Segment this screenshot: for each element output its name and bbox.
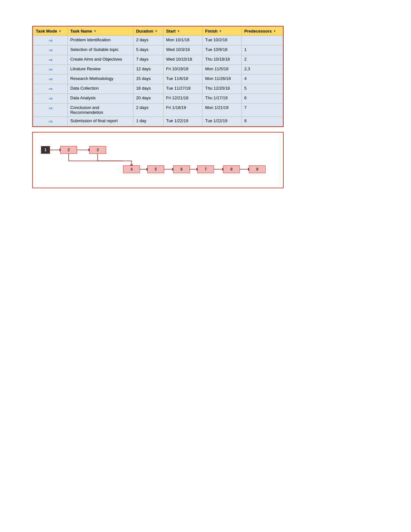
start-cell: Fri 1/18/19 <box>163 103 202 117</box>
predecessors-cell: 1 <box>241 45 283 55</box>
task-name-cell: Data Collection <box>68 84 133 94</box>
task-table-container: Task Mode ▼ Task Name ▼ Duration ▼ <box>32 26 284 127</box>
predecessors-dropdown-icon: ▼ <box>273 29 276 33</box>
finish-dropdown-icon: ▼ <box>219 29 222 33</box>
finish-cell: Tue 1/22/19 <box>202 117 241 126</box>
finish-cell: Tue 10/9/18 <box>202 45 241 55</box>
start-cell: Tue 1/22/19 <box>163 117 202 126</box>
table-row: ⇒Conclusion and Recommendetion2 daysFri … <box>33 103 283 117</box>
table-header-row: Task Mode ▼ Task Name ▼ Duration ▼ <box>33 27 283 36</box>
predecessors-cell: 4 <box>241 74 283 84</box>
task-mode-icon: ⇒ <box>48 95 53 102</box>
duration-dropdown-icon: ▼ <box>155 29 158 33</box>
task-name-cell: Data Analysis <box>68 94 133 103</box>
col-header-start[interactable]: Start ▼ <box>163 27 202 36</box>
start-cell: Wed 10/10/18 <box>163 55 202 65</box>
predecessors-cell: 2,3 <box>241 65 283 74</box>
task-mode-icon: ⇒ <box>48 47 53 53</box>
task-mode-cell: ⇒ <box>33 117 68 126</box>
finish-cell: Thu 1/17/19 <box>202 94 241 103</box>
task-name-cell: Create Aims and Objectives <box>68 55 133 65</box>
duration-cell: 7 days <box>133 55 163 65</box>
predecessors-cell <box>241 36 283 45</box>
start-cell: Tue 11/27/18 <box>163 84 202 94</box>
predecessors-cell: 6 <box>241 94 283 103</box>
task-name-dropdown-icon: ▼ <box>93 29 97 33</box>
duration-cell: 5 days <box>133 45 163 55</box>
finish-cell: Mon 11/26/18 <box>202 74 241 84</box>
duration-cell: 1 day <box>133 117 163 126</box>
duration-cell: 20 days <box>133 94 163 103</box>
finish-cell: Tue 10/2/18 <box>202 36 241 45</box>
start-cell: Fri 10/19/18 <box>163 65 202 74</box>
duration-cell: 15 days <box>133 74 163 84</box>
task-mode-icon: ⇒ <box>48 86 53 92</box>
table-row: ⇒Problem Identification2 daysMon 10/1/18… <box>33 36 283 45</box>
predecessors-cell: 5 <box>241 84 283 94</box>
diagram-node-7: 7 <box>197 165 214 173</box>
diagram-node-5: 5 <box>147 165 164 173</box>
task-mode-dropdown-icon: ▼ <box>58 29 62 33</box>
task-mode-cell: ⇒ <box>33 103 68 117</box>
duration-cell: 2 days <box>133 103 163 117</box>
diagram-node-3: 3 <box>89 146 106 154</box>
col-header-task-mode[interactable]: Task Mode ▼ <box>33 27 68 36</box>
task-name-cell: Problem Identification <box>68 36 133 45</box>
table-body: ⇒Problem Identification2 daysMon 10/1/18… <box>33 36 283 126</box>
table-row: ⇒Data Analysis20 daysFri 12/21/18Thu 1/1… <box>33 94 283 103</box>
start-cell: Fri 12/21/18 <box>163 94 202 103</box>
diagram-node-2: 2 <box>60 146 77 154</box>
task-name-cell: Selection of Suitable topic <box>68 45 133 55</box>
finish-cell: Thu 10/18/18 <box>202 55 241 65</box>
task-mode-cell: ⇒ <box>33 45 68 55</box>
task-name-cell: Conclusion and Recommendetion <box>68 103 133 117</box>
table-row: ⇒Litrature Review12 daysFri 10/19/18Mon … <box>33 65 283 74</box>
predecessors-cell: 2 <box>241 55 283 65</box>
task-mode-icon: ⇒ <box>48 118 53 124</box>
task-mode-icon: ⇒ <box>48 76 53 82</box>
diagram-arrows <box>33 133 283 188</box>
finish-cell: Thu 12/20/18 <box>202 84 241 94</box>
duration-cell: 2 days <box>133 36 163 45</box>
task-mode-cell: ⇒ <box>33 84 68 94</box>
col-header-task-name[interactable]: Task Name ▼ <box>68 27 133 36</box>
predecessors-cell: 8 <box>241 117 283 126</box>
task-mode-cell: ⇒ <box>33 94 68 103</box>
col-header-predecessors[interactable]: Predecessors ▼ <box>241 27 283 36</box>
col-header-duration[interactable]: Duration ▼ <box>133 27 163 36</box>
task-mode-icon: ⇒ <box>48 105 53 111</box>
task-mode-cell: ⇒ <box>33 74 68 84</box>
start-cell: Wed 10/3/18 <box>163 45 202 55</box>
table-row: ⇒Selection of Suitable topic5 daysWed 10… <box>33 45 283 55</box>
task-mode-cell: ⇒ <box>33 36 68 45</box>
table-row: ⇒Data Collection18 daysTue 11/27/18Thu 1… <box>33 84 283 94</box>
duration-cell: 18 days <box>133 84 163 94</box>
start-cell: Mon 10/1/18 <box>163 36 202 45</box>
task-name-cell: Research Methodology <box>68 74 133 84</box>
finish-cell: Mon 11/5/18 <box>202 65 241 74</box>
finish-cell: Mon 1/21/19 <box>202 103 241 117</box>
col-header-finish[interactable]: Finish ▼ <box>202 27 241 36</box>
task-name-cell: Submission of final report <box>68 117 133 126</box>
duration-cell: 12 days <box>133 65 163 74</box>
task-mode-icon: ⇒ <box>48 37 53 44</box>
network-diagram: 1 2 3 4 5 6 7 8 9 <box>32 132 284 188</box>
diagram-node-8: 8 <box>223 165 240 173</box>
task-mode-cell: ⇒ <box>33 65 68 74</box>
task-name-cell: Litrature Review <box>68 65 133 74</box>
diagram-node-9: 9 <box>249 165 266 173</box>
table-row: ⇒Research Methodology15 daysTue 11/6/18M… <box>33 74 283 84</box>
table-row: ⇒Create Aims and Objectives7 daysWed 10/… <box>33 55 283 65</box>
task-table: Task Mode ▼ Task Name ▼ Duration ▼ <box>33 26 283 126</box>
start-dropdown-icon: ▼ <box>177 29 180 33</box>
task-mode-icon: ⇒ <box>48 57 53 63</box>
diagram-node-1: 1 <box>41 146 50 154</box>
table-row: ⇒Submission of final report1 dayTue 1/22… <box>33 117 283 126</box>
diagram-node-4: 4 <box>123 165 140 173</box>
start-cell: Tue 11/6/18 <box>163 74 202 84</box>
diagram-node-6: 6 <box>173 165 190 173</box>
task-mode-icon: ⇒ <box>48 66 53 73</box>
task-mode-cell: ⇒ <box>33 55 68 65</box>
predecessors-cell: 7 <box>241 103 283 117</box>
